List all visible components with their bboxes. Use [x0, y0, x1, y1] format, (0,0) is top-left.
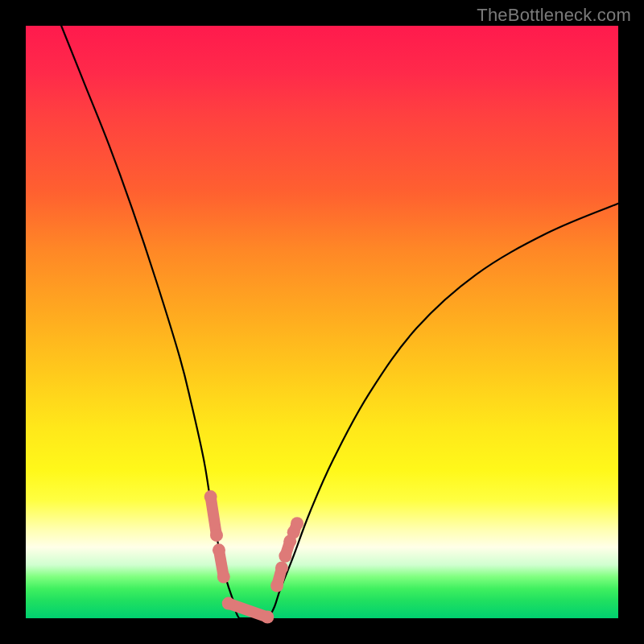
marker-dot — [279, 550, 291, 563]
marker-dot — [275, 561, 288, 574]
marker-dot — [270, 580, 283, 592]
highlight-band — [204, 490, 303, 623]
marker-dot — [291, 517, 303, 530]
marker-dot — [210, 529, 223, 542]
watermark-text: TheBottleneck.com — [477, 5, 631, 26]
marker-dot — [213, 543, 225, 556]
marker-dot — [217, 570, 230, 583]
right-curve — [269, 204, 618, 618]
marker-dot — [222, 597, 235, 610]
marker-dot — [204, 490, 217, 503]
marker-dot — [261, 611, 274, 624]
chart-frame: TheBottleneck.com — [0, 0, 644, 644]
chart-svg — [26, 26, 618, 618]
